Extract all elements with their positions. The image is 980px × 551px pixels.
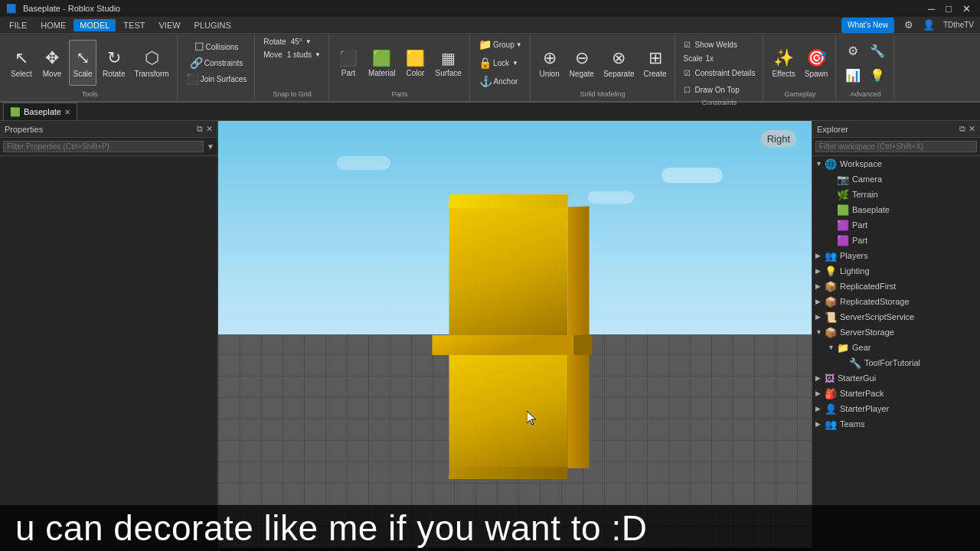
settings-icon[interactable]: ⚙ (900, 17, 917, 34)
tree-item[interactable]: 🟩 Baseplate (812, 202, 980, 217)
tree-item[interactable]: ▶ 💡 Lighting (812, 263, 980, 279)
menu-model[interactable]: MODEL (74, 19, 116, 31)
create-btn[interactable]: ⊞ Create (641, 40, 670, 86)
tree-item[interactable]: ▼ 📦 ServerStorage (812, 324, 980, 340)
union-btn[interactable]: ⊕ Union (536, 40, 564, 86)
tree-item[interactable]: ▼ 🌐 Workspace (812, 156, 980, 171)
surface-btn[interactable]: ▦ Surface (432, 40, 464, 86)
properties-close-icon[interactable]: ✕ (206, 124, 213, 134)
tree-item-label: ToolForTutorial (864, 358, 920, 367)
tree-item[interactable]: ▶ 👤 StarterPlayer (812, 401, 980, 416)
menu-plugins[interactable]: PLUGINS (188, 19, 237, 31)
tree-item[interactable]: ▶ 🎒 StarterPack (812, 386, 980, 401)
doc-tab-baseplate[interactable]: 🟩 Baseplate ✕ (3, 103, 77, 120)
draw-on-top-checkbox[interactable]: ☐ (684, 86, 691, 94)
material-btn[interactable]: 🟩 Material (365, 40, 399, 86)
lock-chevron-icon: ▼ (512, 60, 518, 67)
ribbon-small-col: ☐ Collisions 🔗 Constraints ⬛ Join Surfac… (183, 39, 250, 86)
draw-on-top-btn[interactable]: ☐ Draw On Top (681, 82, 743, 97)
tree-item[interactable]: ▼ 📁 Gear (812, 340, 980, 355)
tree-item[interactable]: ▶ 👥 Teams (812, 416, 980, 432)
transform-icon: ⬡ (145, 48, 159, 68)
tree-item[interactable]: 🟪 Part (812, 217, 980, 233)
tree-arrow-icon: ▶ (815, 282, 823, 290)
tree-item[interactable]: ▶ 👥 Players (812, 248, 980, 263)
separate-btn[interactable]: ⊗ Separate (600, 40, 638, 86)
group-btn[interactable]: 📁 Group ▼ (475, 37, 525, 52)
subtitle-text: u can decorate like me if you want to :D (15, 507, 647, 549)
ribbon-solid-buttons: ⊕ Union ⊖ Negate ⊗ Separate ⊞ Create (536, 37, 670, 89)
show-welds-checkbox[interactable]: ☑ (684, 41, 691, 49)
viewport[interactable]: Right (218, 121, 812, 551)
join-icon: ⬛ (186, 73, 199, 85)
color-btn[interactable]: 🟨 Color (401, 40, 429, 86)
spawn-btn[interactable]: 🎯 Spawn (802, 40, 831, 86)
filter-chevron-icon: ▼ (207, 142, 214, 151)
tree-item[interactable]: 🌿 Terrain (812, 187, 980, 202)
tree-arrow-icon: ▶ (815, 298, 823, 305)
constraint-details-checkbox[interactable]: ☑ (684, 69, 691, 77)
separate-icon: ⊗ (612, 48, 626, 68)
tree-item[interactable]: ▶ 📜 ServerScriptService (812, 309, 980, 324)
tree-item-icon: 📁 (837, 342, 849, 354)
maximize-btn[interactable]: □ (942, 3, 955, 15)
minimize-btn[interactable]: ─ (925, 3, 938, 15)
account-icon[interactable]: 👤 (920, 17, 937, 34)
tree-item-label: ReplicatedStorage (840, 297, 910, 306)
tree-item[interactable]: 🔧 ToolForTutorial (812, 355, 980, 370)
scale-tool-btn[interactable]: ⤡ Scale (69, 40, 96, 86)
titlebar-controls[interactable]: ─ □ ✕ (925, 3, 974, 15)
figure-waist (432, 335, 573, 355)
move-label: Move (263, 51, 282, 59)
user-label: TDtheTV (940, 17, 977, 34)
tree-item[interactable]: ▶ 📦 ReplicatedFirst (812, 279, 980, 294)
menu-file[interactable]: FILE (3, 19, 33, 31)
lock-btn[interactable]: 🔒 Lock ▼ (475, 55, 521, 70)
effects-btn[interactable]: ✨ Effects (769, 40, 798, 86)
part-btn[interactable]: ⬛ Part (335, 40, 362, 86)
ribbon-group-collisions: ☐ Collisions 🔗 Constraints ⬛ Join Surfac… (178, 35, 256, 99)
move-value: 1 studs (287, 51, 312, 59)
constraints-btn[interactable]: 🔗 Constraints (183, 55, 250, 70)
tree-item[interactable]: 🟪 Part (812, 233, 980, 248)
constraint-details-btn[interactable]: ☑ Constraint Details (681, 65, 759, 80)
collisions-btn[interactable]: ☐ Collisions (183, 39, 250, 54)
negate-btn[interactable]: ⊖ Negate (567, 40, 597, 86)
advanced-btn-1[interactable]: ⚙ (841, 39, 864, 62)
menu-view[interactable]: VIEW (152, 19, 186, 31)
tree-item-icon: 📦 (825, 281, 837, 292)
explorer-dock-icon[interactable]: ⧉ (959, 124, 965, 134)
filter-explorer-input[interactable] (815, 141, 977, 152)
tree-item[interactable]: 📷 Camera (812, 171, 980, 187)
filter-props-input[interactable] (3, 141, 204, 152)
advanced-btn-4[interactable]: 💡 (866, 64, 889, 86)
anchor-btn[interactable]: ⚓ Anchor (475, 73, 521, 89)
properties-header-icons: ⧉ ✕ (197, 124, 213, 134)
main-layout: Properties ⧉ ✕ ▼ (0, 121, 980, 551)
select-tool-btn[interactable]: ↖ Select (8, 40, 35, 86)
move-tool-btn[interactable]: ✥ Move (38, 40, 66, 86)
transform-tool-btn[interactable]: ⬡ Transform (131, 40, 172, 86)
advanced-btn-2[interactable]: 🔧 (866, 39, 889, 62)
what-new-button[interactable]: What's New (841, 18, 894, 33)
tree-item[interactable]: ▶ 🖼 StarterGui (812, 370, 980, 386)
close-btn[interactable]: ✕ (959, 3, 974, 15)
tab-close-btn[interactable]: ✕ (64, 108, 70, 116)
tree-item-icon: 🔧 (849, 357, 861, 369)
color-icon: 🟨 (406, 49, 425, 67)
rotate-dropdown[interactable]: Rotate 45° ▼ (260, 37, 315, 47)
menu-test[interactable]: TEST (117, 19, 151, 31)
material-icon: 🟩 (372, 49, 391, 67)
ribbon-gla-content: 📁 Group ▼ 🔒 Lock ▼ ⚓ Anchor (475, 37, 525, 89)
properties-dock-icon[interactable]: ⧉ (197, 124, 203, 134)
advanced-btn-3[interactable]: 📊 (841, 64, 864, 86)
join-surfaces-btn[interactable]: ⬛ Join Surfaces (183, 71, 250, 86)
tree-item-icon: 👤 (825, 403, 837, 415)
rotate-tool-btn[interactable]: ↻ Rotate (100, 40, 128, 86)
menu-home[interactable]: HOME (34, 19, 72, 31)
properties-panel: Properties ⧉ ✕ ▼ (0, 121, 218, 551)
show-welds-btn[interactable]: ☑ Show Welds (681, 37, 740, 52)
tree-item[interactable]: ▶ 📦 ReplicatedStorage (812, 294, 980, 309)
move-dropdown[interactable]: Move 1 studs ▼ (260, 50, 324, 60)
explorer-close-icon[interactable]: ✕ (969, 124, 975, 134)
